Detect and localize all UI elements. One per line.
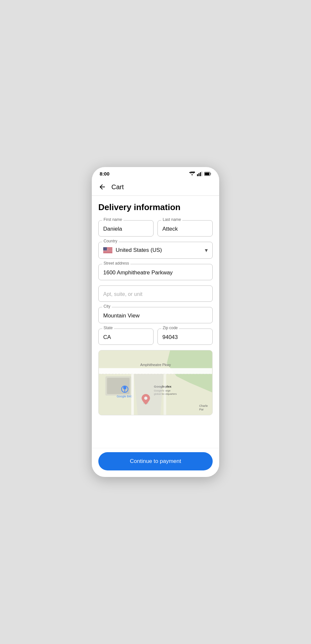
svg-text:Charle: Charle [199, 404, 208, 407]
country-select[interactable]: ★ ★ ★ ★ ★ ★ ★ ★ ★ ★ ★ ★ ★ ★ ★ ★ ★ ★ ★ ★ … [98, 242, 213, 259]
first-name-field: First name [98, 220, 154, 237]
apt-suite-field [98, 285, 213, 302]
country-value: United States (US) [116, 247, 205, 253]
first-name-label: First name [102, 217, 123, 222]
svg-rect-6 [205, 173, 209, 175]
status-time: 8:00 [100, 171, 109, 176]
last-name-field: Last name [157, 220, 213, 237]
phone-frame: 8:00 [92, 167, 219, 477]
city-label: City [102, 304, 112, 309]
svg-rect-18 [103, 252, 112, 253]
svg-rect-2 [199, 173, 200, 176]
state-label: State [102, 326, 114, 330]
last-name-label: Last name [161, 217, 182, 222]
bottom-bar: Continue to payment [92, 448, 219, 477]
wifi-icon [189, 172, 195, 176]
continue-to-payment-button[interactable]: Continue to payment [98, 452, 213, 470]
signal-icon [197, 172, 202, 176]
svg-rect-15 [103, 251, 112, 251]
state-field: State [98, 329, 154, 345]
svg-rect-41 [131, 374, 134, 415]
svg-rect-4 [202, 172, 203, 176]
apt-suite-input[interactable] [98, 285, 213, 302]
us-flag-icon: ★ ★ ★ ★ ★ ★ ★ ★ ★ ★ ★ ★ ★ ★ ★ ★ ★ ★ ★ ★ … [103, 247, 112, 253]
country-label: Country [102, 239, 119, 243]
last-name-input[interactable] [157, 220, 213, 237]
svg-point-31 [123, 386, 126, 390]
street-address-label: Street address [102, 261, 130, 266]
svg-text:Par: Par [199, 408, 204, 411]
state-zip-row: State Zip code [98, 329, 213, 345]
back-arrow-icon [98, 183, 106, 191]
country-field: Country [98, 242, 213, 259]
svg-rect-1 [197, 174, 198, 176]
svg-text:Google B40: Google B40 [117, 395, 132, 398]
svg-rect-26 [99, 368, 212, 374]
street-address-field: Street address [98, 264, 213, 280]
zip-code-field: Zip code [157, 329, 213, 345]
map-container[interactable]: Amphitheatre Pkwy Google B40 Googleplex … [98, 350, 213, 415]
svg-rect-17 [103, 252, 112, 252]
top-nav: Cart [92, 178, 219, 196]
svg-point-0 [192, 176, 192, 176]
page-title: Delivery information [98, 202, 213, 212]
status-icons [189, 172, 211, 176]
svg-rect-14 [103, 251, 112, 251]
state-input[interactable] [98, 329, 154, 345]
svg-rect-3 [200, 172, 201, 176]
map-svg: Amphitheatre Pkwy Google B40 Googleplex … [99, 350, 212, 415]
chevron-down-icon: ▾ [205, 247, 208, 254]
zip-code-label: Zip code [161, 326, 179, 330]
svg-text:Amphitheatre Pkwy: Amphitheatre Pkwy [140, 363, 171, 367]
first-name-input[interactable] [98, 220, 154, 237]
content: Delivery information First name Last nam… [92, 196, 219, 448]
nav-title: Cart [111, 183, 124, 191]
battery-icon [204, 172, 211, 176]
zip-code-input[interactable] [157, 329, 213, 345]
back-button[interactable] [97, 182, 107, 192]
status-bar: 8:00 [92, 167, 219, 178]
svg-rect-19 [103, 253, 112, 253]
street-address-input[interactable] [98, 264, 213, 280]
svg-rect-42 [164, 374, 166, 415]
city-input[interactable] [98, 307, 213, 323]
svg-rect-16 [103, 251, 112, 252]
city-field: City [98, 307, 213, 323]
name-row: First name Last name [98, 220, 213, 237]
